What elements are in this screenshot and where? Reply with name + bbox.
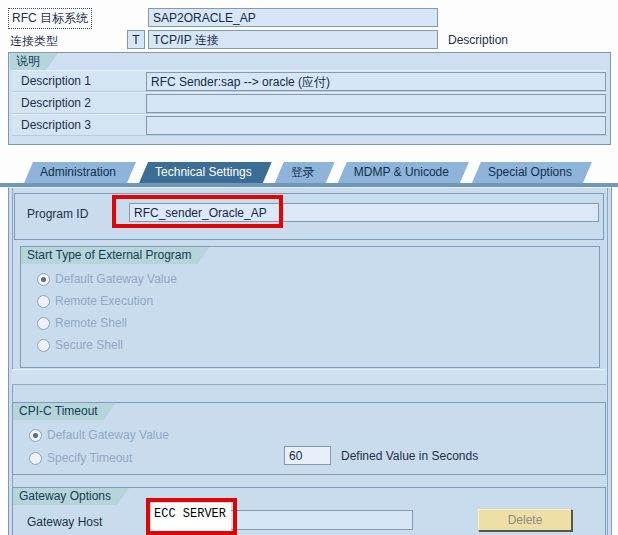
program-id-highlight-box: [112, 195, 283, 228]
tab-special-options[interactable]: Special Options: [472, 162, 592, 183]
gateway-host-highlight-box: [146, 498, 237, 535]
rfc-target-system-field[interactable]: SAP2ORACLE_AP: [148, 8, 438, 27]
tab-logon[interactable]: 登录: [275, 162, 335, 183]
radio-default-gateway-value[interactable]: Default Gateway Value: [37, 270, 177, 288]
timeout-seconds-field[interactable]: 60: [284, 446, 331, 465]
start-type-group-title: Start Type of External Program: [21, 247, 210, 264]
description-1-field[interactable]: RFC Sender:sap --> oracle (应付): [146, 72, 606, 91]
description-group: 说明 Description 1 RFC Sender:sap --> orac…: [8, 52, 611, 145]
description-1-label: Description 1: [21, 74, 91, 88]
tab-strip: Administration Technical Settings 登录 MDM…: [24, 162, 592, 183]
connection-type-text-field[interactable]: TCP/IP 连接: [148, 30, 438, 49]
description-3-field[interactable]: [146, 116, 606, 135]
panel-border-line: [607, 188, 608, 535]
description-2-label: Description 2: [21, 96, 91, 110]
radio-specify-timeout[interactable]: Specify Timeout: [29, 449, 132, 467]
radio-secure-shell[interactable]: Secure Shell: [37, 336, 123, 354]
tab-technical-settings[interactable]: Technical Settings: [139, 162, 272, 183]
connection-type-code-field[interactable]: T: [127, 30, 145, 49]
gateway-host-label: Gateway Host: [27, 515, 102, 529]
tab-administration[interactable]: Administration: [24, 162, 136, 183]
radio-remote-execution[interactable]: Remote Execution: [37, 292, 153, 310]
start-type-group: Start Type of External Program Default G…: [20, 246, 600, 368]
radio-icon: [37, 339, 50, 352]
radio-icon: [37, 317, 50, 330]
delete-button[interactable]: Delete: [478, 509, 572, 531]
radio-remote-shell[interactable]: Remote Shell: [37, 314, 127, 332]
gateway-options-group-title: Gateway Options: [13, 488, 129, 505]
cpic-timeout-group: CPI-C Timeout Default Gateway Value Spec…: [12, 402, 606, 475]
connection-type-label: 连接类型: [10, 33, 58, 50]
panel-border-line: [12, 188, 13, 535]
description-heading: Description: [448, 33, 508, 47]
radio-cpic-default-gateway-value[interactable]: Default Gateway Value: [29, 426, 169, 444]
rfc-target-system-label: RFC 目标系统: [8, 8, 92, 29]
description-group-title: 说明: [10, 53, 58, 70]
registered-program-box: Program ID RFC_sender_Oracle_AP: [14, 193, 604, 240]
description-2-field[interactable]: [146, 94, 606, 113]
cpic-timeout-group-title: CPI-C Timeout: [13, 403, 116, 420]
radio-selected-icon: [29, 429, 42, 442]
program-id-label: Program ID: [27, 207, 88, 221]
rfc-destination-screen: RFC 目标系统 SAP2ORACLE_AP 连接类型 T TCP/IP 连接 …: [0, 0, 618, 535]
description-3-label: Description 3: [21, 118, 91, 132]
radio-selected-icon: [37, 273, 50, 286]
tab-mdmp-unicode[interactable]: MDMP & Unicode: [338, 162, 469, 183]
radio-icon: [37, 295, 50, 308]
timeout-unit-label: Defined Value in Seconds: [341, 449, 478, 463]
radio-icon: [29, 452, 42, 465]
panel-divider-strip: [12, 369, 606, 385]
